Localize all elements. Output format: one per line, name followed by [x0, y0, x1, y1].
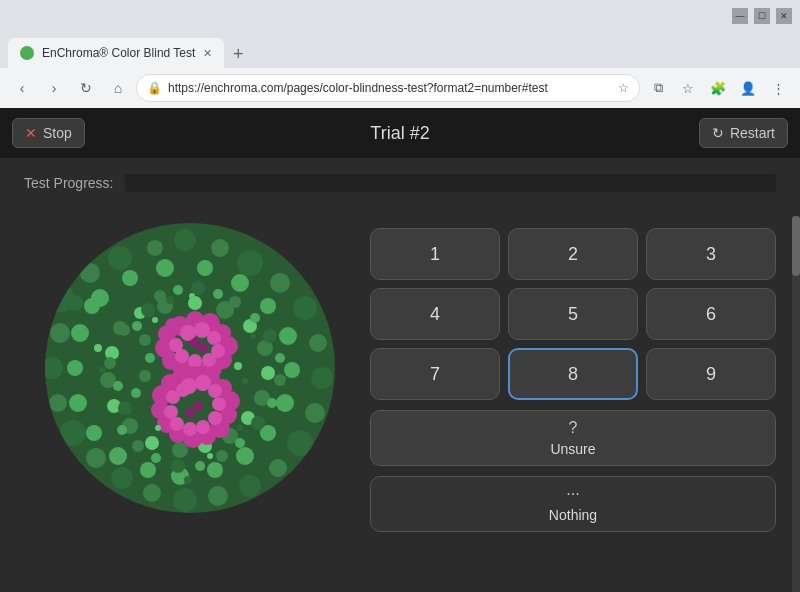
- num-button-7[interactable]: 7: [370, 348, 500, 400]
- stop-button[interactable]: ✕ Stop: [12, 118, 85, 148]
- svg-point-14: [287, 430, 313, 456]
- stop-label: Stop: [43, 125, 72, 141]
- svg-point-131: [263, 329, 277, 343]
- num-button-2[interactable]: 2: [508, 228, 638, 280]
- bookmark-star-icon[interactable]: ☆: [674, 74, 702, 102]
- svg-point-146: [242, 378, 248, 384]
- menu-icon[interactable]: ⋮: [764, 74, 792, 102]
- svg-point-113: [198, 343, 208, 353]
- svg-point-136: [235, 438, 245, 448]
- svg-point-109: [164, 405, 178, 419]
- minimize-button[interactable]: —: [732, 8, 748, 24]
- trial-title: Trial #2: [370, 123, 429, 144]
- svg-point-153: [155, 425, 161, 431]
- svg-point-83: [202, 353, 216, 367]
- top-bar: ✕ Stop Trial #2 ↻ Restart: [0, 108, 800, 158]
- svg-point-8: [237, 250, 263, 276]
- scrollbar[interactable]: [792, 216, 800, 592]
- svg-point-3: [80, 263, 100, 283]
- svg-point-13: [305, 403, 325, 423]
- num-button-4[interactable]: 4: [370, 288, 500, 340]
- num-button-9[interactable]: 9: [646, 348, 776, 400]
- url-text: https://enchroma.com/pages/color-blindne…: [168, 81, 548, 95]
- svg-point-151: [152, 317, 158, 323]
- svg-point-65: [118, 324, 130, 336]
- nothing-button[interactable]: ··· Nothing: [370, 476, 776, 532]
- new-tab-button[interactable]: +: [224, 40, 252, 68]
- unsure-button[interactable]: ? Unsure: [370, 410, 776, 466]
- cast-icon[interactable]: ⧉: [644, 74, 672, 102]
- num-button-1[interactable]: 1: [370, 228, 500, 280]
- active-tab[interactable]: EnChroma® Color Blind Test ✕: [8, 38, 224, 68]
- extensions-icon[interactable]: 🧩: [704, 74, 732, 102]
- svg-point-21: [86, 448, 106, 468]
- svg-point-127: [191, 281, 205, 295]
- svg-point-154: [237, 425, 243, 431]
- forward-button[interactable]: ›: [40, 74, 68, 102]
- unsure-icon: ?: [569, 419, 578, 437]
- svg-point-105: [208, 411, 222, 425]
- svg-point-28: [122, 270, 138, 286]
- num-button-5[interactable]: 5: [508, 288, 638, 340]
- svg-point-114: [193, 401, 203, 411]
- svg-point-133: [274, 374, 286, 386]
- address-box[interactable]: 🔒 https://enchroma.com/pages/color-blind…: [136, 74, 640, 102]
- progress-label: Test Progress:: [24, 175, 113, 191]
- tab-favicon: [20, 46, 34, 60]
- progress-section: Test Progress:: [0, 158, 800, 208]
- svg-point-44: [67, 360, 83, 376]
- svg-point-4: [108, 246, 132, 270]
- ishihara-plate[interactable]: [40, 218, 340, 518]
- svg-point-35: [276, 394, 294, 412]
- svg-point-78: [165, 318, 181, 334]
- svg-point-125: [154, 290, 166, 302]
- svg-point-10: [293, 296, 317, 320]
- svg-point-116: [104, 357, 116, 369]
- back-button[interactable]: ‹: [8, 74, 36, 102]
- close-button[interactable]: ✕: [776, 8, 792, 24]
- svg-point-143: [94, 344, 102, 352]
- svg-point-6: [174, 229, 196, 251]
- tab-title: EnChroma® Color Blind Test: [42, 46, 195, 60]
- svg-point-126: [173, 285, 183, 295]
- svg-point-135: [251, 416, 265, 430]
- svg-point-152: [250, 333, 256, 339]
- scrollbar-thumb[interactable]: [792, 216, 800, 276]
- svg-point-132: [275, 353, 285, 363]
- svg-point-18: [173, 488, 197, 512]
- svg-point-19: [143, 484, 161, 502]
- numpad-grid: 1 2 3 4 5 6 7 8 9: [370, 228, 776, 400]
- svg-point-134: [267, 398, 277, 408]
- nothing-label: Nothing: [549, 507, 597, 523]
- svg-point-15: [269, 459, 287, 477]
- svg-point-42: [86, 425, 102, 441]
- svg-point-24: [41, 357, 63, 379]
- profile-icon[interactable]: 👤: [734, 74, 762, 102]
- svg-point-9: [270, 273, 290, 293]
- restart-button[interactable]: ↻ Restart: [699, 118, 788, 148]
- svg-point-7: [211, 239, 229, 257]
- svg-point-107: [183, 422, 197, 436]
- svg-point-20: [111, 467, 133, 489]
- numpad-section: 1 2 3 4 5 6 7 8 9 ? Unsure ··· Nothing: [370, 218, 776, 532]
- num-button-3[interactable]: 3: [646, 228, 776, 280]
- tab-close-button[interactable]: ✕: [203, 47, 212, 60]
- svg-point-38: [207, 462, 223, 478]
- svg-point-108: [170, 417, 184, 431]
- stop-icon: ✕: [25, 125, 37, 141]
- bookmark-icon[interactable]: ☆: [618, 81, 629, 95]
- svg-point-142: [117, 425, 127, 435]
- refresh-button[interactable]: ↻: [72, 74, 100, 102]
- svg-point-128: [213, 289, 223, 299]
- svg-point-60: [145, 436, 159, 450]
- svg-point-46: [84, 298, 100, 314]
- svg-point-54: [261, 366, 275, 380]
- window-controls: — ☐ ✕: [732, 8, 792, 24]
- toolbar-icons: ⧉ ☆ 🧩 👤 ⋮: [644, 74, 792, 102]
- num-button-6[interactable]: 6: [646, 288, 776, 340]
- maximize-button[interactable]: ☐: [754, 8, 770, 24]
- home-button[interactable]: ⌂: [104, 74, 132, 102]
- num-button-8[interactable]: 8: [508, 348, 638, 400]
- svg-point-121: [145, 353, 155, 363]
- svg-point-123: [132, 321, 142, 331]
